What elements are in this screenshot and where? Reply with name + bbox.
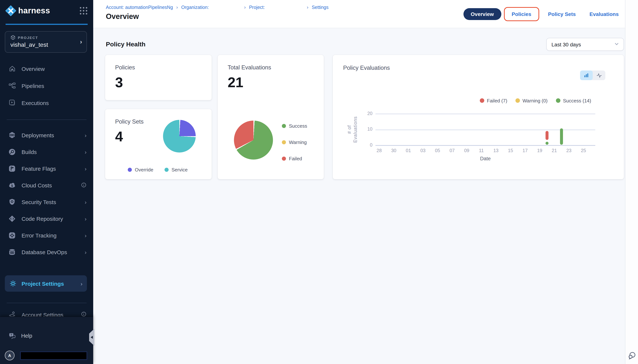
database-devops-icon [8,248,16,256]
policies-count: 3 [115,74,203,90]
cube-icon [11,35,16,40]
policy-sets-card: Policy Sets 4 Override Service [105,109,212,179]
legend-label: Success [289,123,307,128]
x-tick-label: 09 [464,148,469,153]
x-tick-label: 03 [420,148,426,153]
sidebar-item-project-settings[interactable]: Project Settings › [5,275,87,292]
sidebar-item-help[interactable]: ? Help [0,317,93,340]
line-chart-toggle-button[interactable] [593,70,605,80]
sidebar-item-executions[interactable]: Executions [0,94,93,111]
sidebar-item-label: Code Repository [22,216,63,222]
y-tick-label: 20 [361,111,373,116]
chevron-down-icon [614,41,619,47]
redacted-username [20,351,87,360]
app-launcher-icon[interactable] [80,7,88,15]
y-axis-title: # of Evaluations [347,98,361,161]
breadcrumb-settings[interactable]: Settings [312,5,329,10]
project-selector[interactable]: PROJECT vishal_av_test › [5,31,87,53]
sidebar-item-label: Overview [22,66,45,72]
sidebar-item-builds[interactable]: Builds › [0,144,93,160]
breadcrumb-account[interactable]: Account: automationPipelinesNg [106,5,173,10]
date-range-select[interactable]: Last 30 days [546,38,624,51]
chevron-right-icon: › [85,132,87,138]
sidebar-item-label: Security Tests [22,199,56,205]
sidebar-item-database-devops[interactable]: Database DevOps › [0,244,93,260]
right-rail [625,0,638,364]
breadcrumb-separator-icon: › [176,4,178,10]
breadcrumb-organization[interactable]: Organization: [181,5,209,10]
bar-chart-toggle-button[interactable] [580,70,593,80]
avatar[interactable]: A [5,351,15,360]
y-tick-label: 0 [361,142,373,148]
legend-label: Failed (7) [487,98,507,103]
deployments-icon [8,131,16,139]
bar-segment-success[interactable] [545,142,548,145]
gear-icon [9,280,17,288]
sidebar-item-code-repository[interactable]: Code Repository › [0,210,93,227]
x-tick-label: 05 [435,148,440,153]
card-title: Policy Evaluations [343,64,390,71]
sidebar-item-label: Cloud Costs [22,182,52,188]
security-tests-icon [8,198,16,206]
logo-text: harness [18,6,50,16]
x-tick-label: 30 [391,148,396,153]
harness-logo[interactable]: harness [5,5,50,16]
legend-label: Success (14) [563,98,591,103]
support-chat-icon[interactable] [628,351,637,361]
chevron-right-icon: › [85,199,87,205]
breadcrumb-project[interactable]: Project: [249,5,265,10]
error-tracking-icon [8,232,16,239]
x-tick-label: 25 [581,148,586,153]
sidebar-item-pipelines[interactable]: Pipelines [0,77,93,94]
section-title: Policy Health [106,41,146,48]
sidebar-item-label: Deployments [22,132,54,138]
y-tick-label: 10 [361,126,373,132]
sidebar-item-security-tests[interactable]: Security Tests › [0,194,93,210]
policy-evaluations-card: Policy Evaluations Failed (7) [333,55,624,179]
svg-text:?: ? [10,333,12,336]
legend-item: Warning [282,139,307,145]
harness-logo-icon [5,5,16,16]
chevron-right-icon: › [81,280,83,287]
sidebar-item-label: Help [21,333,32,338]
help-chat-icon: ? [8,332,16,340]
card-title: Total Evaluations [228,64,315,71]
legend-item: Failed [282,156,307,162]
card-title: Policies [115,64,203,71]
sidebar-item-cloud-costs[interactable]: $ Cloud Costs [0,177,93,194]
x-tick-label: 11 [479,148,484,153]
collapse-arrow-icon [91,336,93,339]
x-axis-line [376,145,595,146]
sidebar-divider [7,120,87,120]
legend-dot-failed [480,98,484,103]
legend-item-success: Success (14) [556,98,591,104]
sidebar-item-feature-flags[interactable]: Feature Flags › [0,160,93,177]
x-axis-title: Date [480,156,491,162]
sidebar-item-overview[interactable]: Overview [0,60,93,77]
gridline-20 [376,114,595,114]
legend-item: Success [282,123,307,129]
tab-policy-sets[interactable]: Policy Sets [548,11,576,17]
sidebar: harness PROJECT vishal_av_test › Ove [0,0,93,364]
page-header: Account: automationPipelinesNg › Organiz… [93,0,625,28]
sidebar-item-label: Feature Flags [22,166,56,172]
tab-evaluations[interactable]: Evaluations [589,11,619,17]
x-tick-label: 17 [522,148,528,153]
tab-overview[interactable]: Overview [463,8,501,20]
total-evaluations-count: 21 [228,74,315,90]
builds-icon [8,148,16,156]
sidebar-footer: ? Help A [0,316,93,364]
chevron-right-icon: › [85,216,87,222]
main-area: Account: automationPipelinesNg › Organiz… [93,0,625,364]
bar-segment-failed[interactable] [545,131,548,140]
sidebar-item-error-tracking[interactable]: Error Tracking › [0,227,93,244]
sidebar-item-deployments[interactable]: Deployments › [0,127,93,144]
x-tick-label: 23 [566,148,571,153]
sidebar-item-label: Pipelines [22,82,44,89]
svg-text:$: $ [11,184,13,188]
bar-segment-success[interactable] [560,128,563,145]
project-label: PROJECT [18,36,38,40]
tab-policies[interactable]: Policies [504,7,539,21]
sidebar-item-label: Executions [22,100,49,106]
sidebar-item-label: Builds [22,149,37,155]
